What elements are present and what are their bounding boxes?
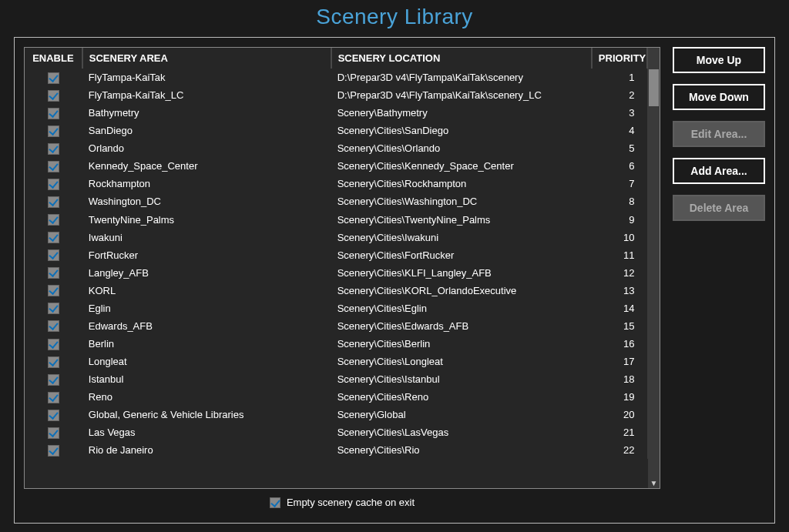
location-cell: Scenery\Bathymetry — [331, 104, 592, 122]
priority-cell: 16 — [592, 335, 647, 353]
area-cell: Istanbul — [82, 370, 331, 388]
vertical-scrollbar[interactable]: ▼ — [648, 68, 660, 488]
enable-checkbox[interactable] — [48, 90, 59, 102]
enable-checkbox[interactable] — [48, 445, 59, 457]
area-cell: FortRucker — [82, 246, 331, 264]
table-row[interactable]: IstanbulScenery\Cities\Istanbul18 — [25, 370, 660, 388]
enable-checkbox[interactable] — [48, 267, 59, 279]
table-row[interactable]: Langley_AFBScenery\Cities\KLFI_Langley_A… — [25, 264, 660, 282]
enable-checkbox[interactable] — [48, 320, 59, 332]
enable-checkbox[interactable] — [48, 179, 59, 190]
enable-checkbox[interactable] — [48, 232, 59, 243]
location-cell: Scenery\Cities\Berlin — [331, 335, 592, 353]
table-row[interactable]: EglinScenery\Cities\Eglin14 — [25, 299, 660, 317]
enable-checkbox[interactable] — [48, 303, 59, 314]
location-cell: Scenery\Cities\Iwakuni — [331, 229, 592, 246]
priority-cell: 10 — [592, 229, 647, 246]
table-row[interactable]: Las VegasScenery\Cities\LasVegas21 — [25, 423, 660, 441]
location-cell: Scenery\Cities\KLFI_Langley_AFB — [331, 264, 592, 282]
priority-cell: 20 — [592, 406, 647, 423]
empty-cache-checkbox[interactable] — [270, 497, 280, 508]
empty-cache-label: Empty scenery cache on exit — [287, 497, 415, 508]
priority-cell: 13 — [592, 282, 647, 299]
enable-checkbox[interactable] — [48, 214, 59, 226]
area-cell: Orlando — [82, 139, 331, 157]
location-cell: Scenery\Cities\LasVegas — [331, 423, 592, 441]
scenery-table: ENABLE SCENERY AREA SCENERY LOCATION PRI… — [25, 48, 660, 459]
table-row[interactable]: TwentyNine_PalmsScenery\Cities\TwentyNin… — [25, 211, 660, 229]
col-header-enable[interactable]: ENABLE — [25, 48, 82, 69]
enable-checkbox[interactable] — [48, 427, 59, 439]
table-row[interactable]: Washington_DCScenery\Cities\Washington_D… — [25, 192, 660, 210]
enable-checkbox[interactable] — [48, 125, 59, 137]
area-cell: Reno — [82, 388, 331, 406]
delete-area-button: Delete Area — [673, 195, 765, 221]
move-down-button[interactable]: Move Down — [673, 84, 765, 110]
table-row[interactable]: IwakuniScenery\Cities\Iwakuni10 — [25, 229, 660, 246]
table-row[interactable]: SanDiegoScenery\Cities\SanDiego4 — [25, 122, 660, 139]
location-cell: Scenery\Cities\TwentyNine_Palms — [331, 211, 592, 229]
col-header-scroll — [647, 48, 660, 69]
enable-checkbox[interactable] — [48, 196, 59, 208]
table-row[interactable]: BathymetryScenery\Bathymetry3 — [25, 104, 660, 122]
location-cell: Scenery\Cities\KORL_OrlandoExecutive — [331, 282, 592, 299]
enable-checkbox[interactable] — [48, 161, 59, 172]
location-cell: Scenery\Cities\Edwards_AFB — [331, 317, 592, 335]
area-cell: Washington_DC — [82, 192, 331, 210]
enable-checkbox[interactable] — [48, 374, 59, 386]
table-row[interactable]: FlyTampa-KaiTakD:\Prepar3D v4\FlyTampa\K… — [25, 69, 660, 86]
main-panel: ENABLE SCENERY AREA SCENERY LOCATION PRI… — [14, 37, 775, 524]
table-row[interactable]: FortRuckerScenery\Cities\FortRucker11 — [25, 246, 660, 264]
table-row[interactable]: RenoScenery\Cities\Reno19 — [25, 388, 660, 406]
location-cell: Scenery\Global — [331, 406, 592, 423]
priority-cell: 14 — [592, 299, 647, 317]
location-cell: D:\Prepar3D v4\FlyTampa\KaiTak\scenery — [331, 69, 592, 86]
location-cell: Scenery\Cities\FortRucker — [331, 246, 592, 264]
table-row[interactable]: KORLScenery\Cities\KORL_OrlandoExecutive… — [25, 282, 660, 299]
area-cell: Langley_AFB — [82, 264, 331, 282]
area-cell: KORL — [82, 282, 331, 299]
priority-cell: 6 — [592, 157, 647, 175]
enable-checkbox[interactable] — [48, 392, 59, 403]
col-header-location[interactable]: SCENERY LOCATION — [331, 48, 592, 69]
priority-cell: 19 — [592, 388, 647, 406]
priority-cell: 12 — [592, 264, 647, 282]
priority-cell: 18 — [592, 370, 647, 388]
enable-checkbox[interactable] — [48, 285, 59, 296]
enable-checkbox[interactable] — [48, 249, 59, 261]
table-row[interactable]: Global, Generic & Vehicle LibrariesScene… — [25, 406, 660, 423]
table-row[interactable]: Edwards_AFBScenery\Cities\Edwards_AFB15 — [25, 317, 660, 335]
add-area-button[interactable]: Add Area... — [673, 158, 765, 184]
table-row[interactable]: OrlandoScenery\Cities\Orlando5 — [25, 139, 660, 157]
priority-cell: 17 — [592, 353, 647, 370]
scroll-down-arrow[interactable]: ▼ — [648, 477, 660, 488]
priority-cell: 1 — [592, 69, 647, 86]
enable-checkbox[interactable] — [48, 339, 59, 350]
area-cell: SanDiego — [82, 122, 331, 139]
table-row[interactable]: Kennedy_Space_CenterScenery\Cities\Kenne… — [25, 157, 660, 175]
priority-cell: 9 — [592, 211, 647, 229]
enable-checkbox[interactable] — [48, 410, 59, 421]
table-row[interactable]: FlyTampa-KaiTak_LCD:\Prepar3D v4\FlyTamp… — [25, 86, 660, 104]
table-row[interactable]: LongleatScenery\Cities\Longleat17 — [25, 353, 660, 370]
area-cell: Longleat — [82, 353, 331, 370]
col-header-area[interactable]: SCENERY AREA — [82, 48, 331, 69]
location-cell: Scenery\Cities\SanDiego — [331, 122, 592, 139]
priority-cell: 11 — [592, 246, 647, 264]
location-cell: Scenery\Cities\Eglin — [331, 299, 592, 317]
table-row[interactable]: Rio de JaneiroScenery\Cities\Rio22 — [25, 441, 660, 459]
table-row[interactable]: RockhamptonScenery\Cities\Rockhampton7 — [25, 175, 660, 192]
scrollbar-thumb[interactable] — [649, 69, 659, 106]
enable-checkbox[interactable] — [48, 72, 59, 84]
enable-checkbox[interactable] — [48, 143, 59, 155]
table-row[interactable]: BerlinScenery\Cities\Berlin16 — [25, 335, 660, 353]
enable-checkbox[interactable] — [48, 108, 59, 119]
priority-cell: 4 — [592, 122, 647, 139]
location-cell: Scenery\Cities\Washington_DC — [331, 192, 592, 210]
col-header-priority[interactable]: PRIORITY — [592, 48, 647, 69]
location-cell: D:\Prepar3D v4\FlyTampa\KaiTak\scenery_L… — [331, 86, 592, 104]
area-cell: Edwards_AFB — [82, 317, 331, 335]
enable-checkbox[interactable] — [48, 356, 59, 368]
move-up-button[interactable]: Move Up — [673, 47, 765, 73]
priority-cell: 3 — [592, 104, 647, 122]
